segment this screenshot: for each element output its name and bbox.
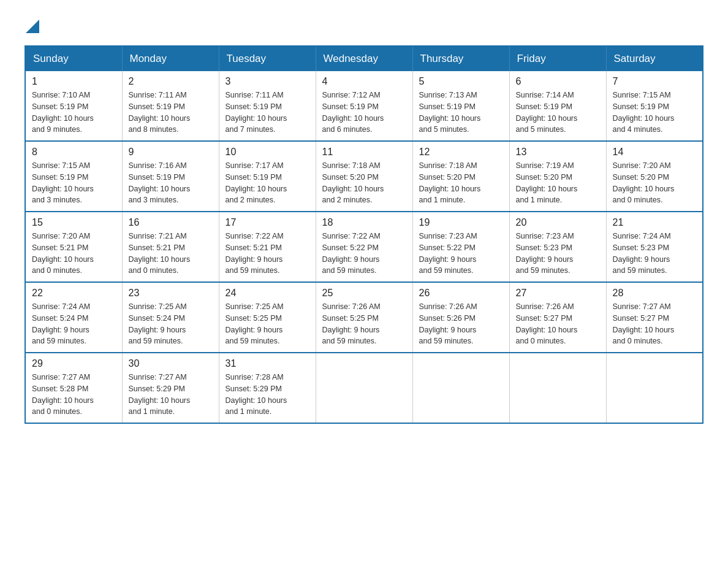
day-info: Sunrise: 7:14 AMSunset: 5:19 PMDaylight:… [516,90,600,136]
day-number: 23 [129,288,213,299]
day-cell [316,353,412,423]
day-cell: 20Sunrise: 7:23 AMSunset: 5:23 PMDayligh… [509,212,606,282]
day-number: 8 [32,147,116,158]
day-cell: 26Sunrise: 7:26 AMSunset: 5:26 PMDayligh… [412,282,509,353]
day-info: Sunrise: 7:20 AMSunset: 5:20 PMDaylight:… [613,160,697,206]
day-info: Sunrise: 7:15 AMSunset: 5:19 PMDaylight:… [32,160,116,206]
day-number: 19 [419,217,503,228]
day-cell: 7Sunrise: 7:15 AMSunset: 5:19 PMDaylight… [606,71,703,141]
day-cell: 25Sunrise: 7:26 AMSunset: 5:25 PMDayligh… [316,282,412,353]
day-cell: 29Sunrise: 7:27 AMSunset: 5:28 PMDayligh… [25,353,122,423]
day-info: Sunrise: 7:27 AMSunset: 5:29 PMDaylight:… [129,372,213,418]
week-row-1: 1Sunrise: 7:10 AMSunset: 5:19 PMDaylight… [25,71,703,141]
day-number: 17 [226,217,309,228]
day-cell: 23Sunrise: 7:25 AMSunset: 5:24 PMDayligh… [122,282,219,353]
day-info: Sunrise: 7:26 AMSunset: 5:25 PMDaylight:… [322,301,406,347]
day-number: 12 [419,147,503,158]
day-cell [509,353,606,423]
page-header [25,18,703,33]
logo-triangle-icon [26,20,39,33]
day-info: Sunrise: 7:15 AMSunset: 5:19 PMDaylight:… [613,90,697,136]
header-cell-friday: Friday [509,46,606,71]
day-cell: 9Sunrise: 7:16 AMSunset: 5:19 PMDaylight… [122,141,219,212]
day-cell: 13Sunrise: 7:19 AMSunset: 5:20 PMDayligh… [509,141,606,212]
day-info: Sunrise: 7:19 AMSunset: 5:20 PMDaylight:… [516,160,600,206]
day-number: 7 [613,76,697,87]
day-info: Sunrise: 7:22 AMSunset: 5:21 PMDaylight:… [226,231,309,277]
day-number: 27 [516,288,600,299]
day-cell: 22Sunrise: 7:24 AMSunset: 5:24 PMDayligh… [25,282,122,353]
day-number: 31 [226,358,309,369]
day-number: 26 [419,288,503,299]
week-row-4: 22Sunrise: 7:24 AMSunset: 5:24 PMDayligh… [25,282,703,353]
day-info: Sunrise: 7:20 AMSunset: 5:21 PMDaylight:… [32,231,116,277]
day-number: 18 [322,217,406,228]
day-cell: 19Sunrise: 7:23 AMSunset: 5:22 PMDayligh… [412,212,509,282]
day-number: 13 [516,147,600,158]
day-info: Sunrise: 7:16 AMSunset: 5:19 PMDaylight:… [129,160,213,206]
day-number: 2 [129,76,213,87]
day-number: 16 [129,217,213,228]
day-number: 30 [129,358,213,369]
day-info: Sunrise: 7:27 AMSunset: 5:27 PMDaylight:… [613,301,697,347]
week-row-2: 8Sunrise: 7:15 AMSunset: 5:19 PMDaylight… [25,141,703,212]
day-cell: 30Sunrise: 7:27 AMSunset: 5:29 PMDayligh… [122,353,219,423]
day-cell: 1Sunrise: 7:10 AMSunset: 5:19 PMDaylight… [25,71,122,141]
header-cell-thursday: Thursday [412,46,509,71]
day-cell [606,353,703,423]
day-number: 4 [322,76,406,87]
day-info: Sunrise: 7:21 AMSunset: 5:21 PMDaylight:… [129,231,213,277]
day-cell: 17Sunrise: 7:22 AMSunset: 5:21 PMDayligh… [219,212,316,282]
header-cell-monday: Monday [122,46,219,71]
day-info: Sunrise: 7:22 AMSunset: 5:22 PMDaylight:… [322,231,406,277]
day-info: Sunrise: 7:23 AMSunset: 5:23 PMDaylight:… [516,231,600,277]
day-number: 11 [322,147,406,158]
day-info: Sunrise: 7:24 AMSunset: 5:23 PMDaylight:… [613,231,697,277]
day-cell: 16Sunrise: 7:21 AMSunset: 5:21 PMDayligh… [122,212,219,282]
day-cell: 5Sunrise: 7:13 AMSunset: 5:19 PMDaylight… [412,71,509,141]
day-info: Sunrise: 7:11 AMSunset: 5:19 PMDaylight:… [129,90,213,136]
day-info: Sunrise: 7:25 AMSunset: 5:25 PMDaylight:… [226,301,309,347]
day-cell: 31Sunrise: 7:28 AMSunset: 5:29 PMDayligh… [219,353,316,423]
day-info: Sunrise: 7:11 AMSunset: 5:19 PMDaylight:… [226,90,309,136]
day-info: Sunrise: 7:26 AMSunset: 5:26 PMDaylight:… [419,301,503,347]
day-number: 25 [322,288,406,299]
day-number: 24 [226,288,309,299]
day-info: Sunrise: 7:24 AMSunset: 5:24 PMDaylight:… [32,301,116,347]
day-number: 10 [226,147,309,158]
header-cell-saturday: Saturday [606,46,703,71]
day-info: Sunrise: 7:18 AMSunset: 5:20 PMDaylight:… [419,160,503,206]
header-cell-tuesday: Tuesday [219,46,316,71]
calendar-table: SundayMondayTuesdayWednesdayThursdayFrid… [25,45,703,424]
day-info: Sunrise: 7:28 AMSunset: 5:29 PMDaylight:… [226,372,309,418]
day-cell: 27Sunrise: 7:26 AMSunset: 5:27 PMDayligh… [509,282,606,353]
header-cell-wednesday: Wednesday [316,46,412,71]
day-number: 9 [129,147,213,158]
day-info: Sunrise: 7:13 AMSunset: 5:19 PMDaylight:… [419,90,503,136]
day-cell: 18Sunrise: 7:22 AMSunset: 5:22 PMDayligh… [316,212,412,282]
day-cell: 4Sunrise: 7:12 AMSunset: 5:19 PMDaylight… [316,71,412,141]
svg-marker-0 [26,20,39,33]
day-number: 14 [613,147,697,158]
day-cell: 14Sunrise: 7:20 AMSunset: 5:20 PMDayligh… [606,141,703,212]
day-info: Sunrise: 7:23 AMSunset: 5:22 PMDaylight:… [419,231,503,277]
day-cell: 28Sunrise: 7:27 AMSunset: 5:27 PMDayligh… [606,282,703,353]
day-cell: 24Sunrise: 7:25 AMSunset: 5:25 PMDayligh… [219,282,316,353]
day-info: Sunrise: 7:17 AMSunset: 5:19 PMDaylight:… [226,160,309,206]
day-info: Sunrise: 7:18 AMSunset: 5:20 PMDaylight:… [322,160,406,206]
day-cell: 2Sunrise: 7:11 AMSunset: 5:19 PMDaylight… [122,71,219,141]
day-number: 6 [516,76,600,87]
week-row-5: 29Sunrise: 7:27 AMSunset: 5:28 PMDayligh… [25,353,703,423]
day-number: 15 [32,217,116,228]
day-cell: 21Sunrise: 7:24 AMSunset: 5:23 PMDayligh… [606,212,703,282]
day-number: 20 [516,217,600,228]
day-cell: 11Sunrise: 7:18 AMSunset: 5:20 PMDayligh… [316,141,412,212]
day-number: 21 [613,217,697,228]
day-info: Sunrise: 7:26 AMSunset: 5:27 PMDaylight:… [516,301,600,347]
day-number: 29 [32,358,116,369]
day-number: 22 [32,288,116,299]
header-cell-sunday: Sunday [25,46,122,71]
day-info: Sunrise: 7:12 AMSunset: 5:19 PMDaylight:… [322,90,406,136]
day-info: Sunrise: 7:25 AMSunset: 5:24 PMDaylight:… [129,301,213,347]
day-number: 1 [32,76,116,87]
